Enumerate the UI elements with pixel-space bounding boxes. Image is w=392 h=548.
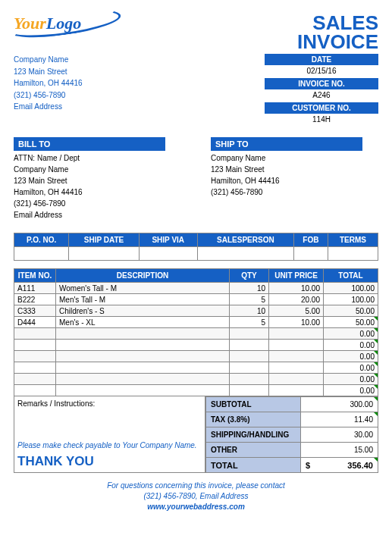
shipto-street: 123 Main Street — [211, 164, 362, 175]
ship-row — [14, 247, 378, 261]
remarks-label: Remarks / Instructions: — [17, 399, 202, 408]
item-desc-cell — [56, 328, 230, 340]
hdr-total: TOTAL — [324, 269, 378, 283]
invoice-meta: DATE 02/15/16 INVOICE NO. A246 CUSTOMER … — [265, 54, 378, 127]
item-no-cell — [14, 328, 56, 340]
item-qty-cell — [230, 351, 269, 362]
item-desc-cell — [56, 385, 230, 396]
hdr-shipdate: SHIP DATE — [69, 233, 139, 247]
item-desc-cell — [56, 340, 230, 351]
billto-street: 123 Main Street — [14, 175, 165, 186]
item-unit-cell — [269, 351, 324, 362]
item-desc-cell: Women's Tall - M — [56, 283, 230, 294]
item-qty-cell — [230, 328, 269, 340]
item-total-cell: 0.00 — [324, 340, 378, 351]
table-row: 0.00 — [14, 385, 378, 396]
company-info: Company Name 123 Main Street Hamilton, O… — [14, 54, 83, 127]
totals-table: SUBTOTAL 300.00 TAX (3.8%) 11.40 SHIPPIN… — [205, 396, 378, 473]
item-unit-cell — [269, 362, 324, 374]
item-desc-cell: Children's - S — [56, 305, 230, 317]
item-no-cell — [14, 374, 56, 385]
hdr-qty: QTY — [230, 269, 269, 283]
item-total-cell: 0.00 — [324, 362, 378, 374]
item-no-cell — [14, 385, 56, 396]
ship-to-header: SHIP TO — [211, 137, 362, 151]
billto-phone: (321) 456-7890 — [14, 198, 165, 209]
table-row: A111Women's Tall - M1010.00100.00 — [14, 283, 378, 294]
item-no-cell — [14, 351, 56, 362]
item-qty-cell — [230, 362, 269, 374]
item-no-cell: C333 — [14, 305, 56, 317]
item-unit-cell: 10.00 — [269, 283, 324, 294]
thank-you: THANK YOU — [17, 454, 202, 469]
other-label: OTHER — [206, 443, 301, 458]
company-street: 123 Main Street — [14, 66, 83, 78]
table-row: 0.00 — [14, 340, 378, 351]
title-line-1: SALES — [297, 14, 378, 33]
billto-city: Hamilton, OH 44416 — [14, 186, 165, 198]
terms-cell — [328, 247, 378, 261]
shipping-detail-table: P.O. NO. SHIP DATE SHIP VIA SALESPERSON … — [14, 233, 378, 261]
item-desc-cell — [56, 374, 230, 385]
item-unit-cell — [269, 340, 324, 351]
hdr-itemno: ITEM NO. — [14, 269, 56, 283]
item-desc-cell — [56, 351, 230, 362]
table-row: C333Children's - S105.0050.00 — [14, 305, 378, 317]
bill-to-section: BILL TO ATTN: Name / Dept Company Name 1… — [14, 137, 165, 221]
invoice-no-label: INVOICE NO. — [265, 78, 378, 89]
company-phone: (321) 456-7890 — [14, 89, 83, 102]
shipto-phone: (321) 456-7890 — [211, 186, 362, 198]
item-qty-cell: 5 — [230, 317, 269, 328]
item-no-cell — [14, 340, 56, 351]
footer-line-2: (321) 456-7890, Email Address — [14, 491, 378, 502]
item-unit-cell: 20.00 — [269, 294, 324, 305]
company-city: Hamilton, OH 44416 — [14, 77, 83, 89]
company-email: Email Address — [14, 101, 83, 113]
item-unit-cell: 5.00 — [269, 305, 324, 317]
item-total-cell: 50.00 — [324, 305, 378, 317]
payable-note: Please make check payable to Your Compan… — [17, 441, 202, 449]
item-total-cell: 100.00 — [324, 283, 378, 294]
item-qty-cell — [230, 340, 269, 351]
invoice-title: SALES INVOICE — [297, 14, 378, 51]
shipdate-cell — [69, 247, 139, 261]
shipto-city: Hamilton, OH 44416 — [211, 175, 362, 186]
tax-value: 11.40 — [301, 412, 378, 427]
footer: For questions concerning this invoice, p… — [14, 481, 378, 512]
hdr-shipvia: SHIP VIA — [139, 233, 197, 247]
shipvia-cell — [139, 247, 197, 261]
item-unit-cell — [269, 374, 324, 385]
subtotal-label: SUBTOTAL — [206, 397, 301, 412]
item-qty-cell — [230, 385, 269, 396]
currency-symbol: $ — [306, 461, 310, 470]
billto-attn: ATTN: Name / Dept — [14, 152, 165, 164]
remarks-area: Remarks / Instructions: Please make chec… — [14, 396, 205, 473]
item-total-cell: 0.00 — [324, 351, 378, 362]
grand-total-value: $ 356.40 — [301, 458, 378, 473]
po-cell — [14, 247, 69, 261]
table-row: D444Men's - XL510.0050.00 — [14, 317, 378, 328]
line-items-table: ITEM NO. DESCRIPTION QTY UNIT PRICE TOTA… — [14, 268, 378, 396]
salesperson-cell — [197, 247, 293, 261]
item-qty-cell: 10 — [230, 283, 269, 294]
item-qty-cell — [230, 374, 269, 385]
item-total-cell: 0.00 — [324, 328, 378, 340]
item-desc-cell: Men's Tall - M — [56, 294, 230, 305]
item-qty-cell: 5 — [230, 294, 269, 305]
item-no-cell: B222 — [14, 294, 56, 305]
item-unit-cell — [269, 385, 324, 396]
table-row: 0.00 — [14, 362, 378, 374]
billto-company: Company Name — [14, 164, 165, 175]
shipping-value: 30.00 — [301, 427, 378, 443]
hdr-salesperson: SALESPERSON — [197, 233, 293, 247]
hdr-fob: FOB — [293, 233, 328, 247]
item-total-cell: 0.00 — [324, 385, 378, 396]
grand-total-label: TOTAL — [206, 458, 301, 473]
bill-to-header: BILL TO — [14, 137, 165, 151]
tax-label: TAX (3.8%) — [206, 412, 301, 427]
item-unit-cell — [269, 328, 324, 340]
item-no-cell: A111 — [14, 283, 56, 294]
grand-total-amount: 356.40 — [347, 461, 373, 470]
item-no-cell — [14, 362, 56, 374]
title-line-2: INVOICE — [297, 33, 378, 52]
